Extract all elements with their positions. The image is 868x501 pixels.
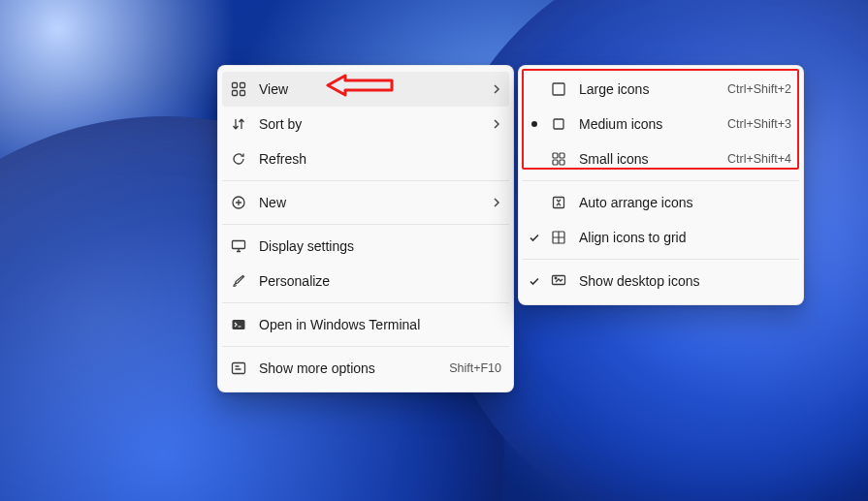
chevron-right-icon — [492, 197, 501, 208]
menu-separator — [222, 346, 509, 347]
menu-item-personalize[interactable]: Personalize — [218, 264, 513, 298]
refresh-icon — [230, 150, 247, 168]
menu-item-open-terminal[interactable]: Open in Windows Terminal — [218, 307, 513, 342]
more-options-icon — [230, 360, 247, 377]
brush-icon — [230, 272, 247, 290]
menu-item-new[interactable]: New — [218, 185, 513, 220]
grid-icon — [230, 80, 247, 98]
menu-item-label: Open in Windows Terminal — [259, 317, 501, 332]
plus-circle-icon — [230, 194, 247, 211]
menu-item-sort-by[interactable]: Sort by — [218, 107, 513, 141]
menu-item-label: Show more options — [259, 360, 439, 376]
svg-point-17 — [555, 277, 557, 279]
menu-item-label: Personalize — [259, 273, 501, 289]
view-submenu: Large icons Ctrl+Shift+2 Medium icons Ct… — [518, 65, 804, 305]
terminal-icon — [230, 316, 247, 333]
svg-rect-12 — [553, 160, 558, 165]
submenu-item-align-to-grid[interactable]: Align icons to grid — [519, 220, 803, 255]
menu-item-accelerator: Ctrl+Shift+2 — [727, 82, 791, 96]
menu-item-label: Sort by — [259, 116, 492, 132]
submenu-item-medium-icons[interactable]: Medium icons Ctrl+Shift+3 — [519, 107, 803, 141]
menu-item-label: Refresh — [259, 151, 501, 167]
svg-rect-3 — [241, 91, 245, 96]
submenu-item-large-icons[interactable]: Large icons Ctrl+Shift+2 — [519, 72, 803, 107]
sort-icon — [230, 115, 247, 133]
radio-selected-icon — [531, 121, 537, 127]
menu-item-label: New — [259, 195, 492, 210]
monitor-icon — [230, 237, 247, 255]
svg-rect-14 — [554, 198, 564, 208]
svg-rect-1 — [241, 83, 245, 88]
submenu-item-auto-arrange[interactable]: Auto arrange icons — [519, 185, 803, 220]
large-square-icon — [550, 80, 567, 98]
menu-item-show-more-options[interactable]: Show more options Shift+F10 — [218, 351, 513, 386]
menu-item-display-settings[interactable]: Display settings — [218, 229, 513, 264]
svg-rect-7 — [233, 363, 245, 374]
submenu-item-show-desktop-icons[interactable]: Show desktop icons — [519, 264, 803, 298]
check-icon — [529, 275, 542, 287]
menu-item-label: Small icons — [579, 151, 718, 167]
desktop-context-menu: View Sort by Refresh New — [217, 65, 514, 392]
align-grid-icon — [550, 229, 567, 246]
menu-separator — [523, 259, 799, 260]
menu-item-label: Large icons — [579, 81, 718, 97]
auto-arrange-icon — [550, 194, 567, 211]
check-icon — [529, 232, 542, 243]
menu-item-label: Auto arrange icons — [579, 195, 791, 210]
menu-item-accelerator: Ctrl+Shift+3 — [727, 117, 791, 131]
svg-rect-13 — [560, 160, 564, 165]
small-grid-icon — [550, 150, 567, 168]
chevron-right-icon — [492, 83, 501, 95]
svg-rect-11 — [560, 153, 564, 158]
menu-item-label: Show desktop icons — [579, 273, 791, 289]
svg-rect-5 — [233, 241, 245, 249]
menu-item-label: View — [259, 81, 492, 97]
svg-rect-10 — [553, 153, 558, 158]
menu-item-view[interactable]: View — [222, 72, 509, 107]
menu-item-label: Medium icons — [579, 116, 718, 132]
medium-square-icon — [550, 115, 567, 133]
menu-separator — [222, 180, 509, 181]
desktop-icon — [550, 272, 567, 290]
menu-separator — [523, 180, 799, 181]
svg-rect-16 — [553, 276, 565, 285]
svg-rect-6 — [233, 320, 245, 329]
menu-item-label: Align icons to grid — [579, 230, 791, 245]
menu-item-accelerator: Shift+F10 — [449, 361, 501, 375]
chevron-right-icon — [492, 118, 501, 130]
menu-item-refresh[interactable]: Refresh — [218, 141, 513, 176]
menu-separator — [222, 302, 509, 303]
menu-item-label: Display settings — [259, 238, 501, 254]
submenu-item-small-icons[interactable]: Small icons Ctrl+Shift+4 — [519, 141, 803, 176]
menu-item-accelerator: Ctrl+Shift+4 — [727, 152, 791, 166]
menu-separator — [222, 224, 509, 225]
svg-rect-2 — [233, 91, 238, 96]
svg-rect-9 — [554, 119, 563, 129]
svg-rect-8 — [553, 83, 564, 95]
svg-rect-0 — [233, 83, 238, 88]
